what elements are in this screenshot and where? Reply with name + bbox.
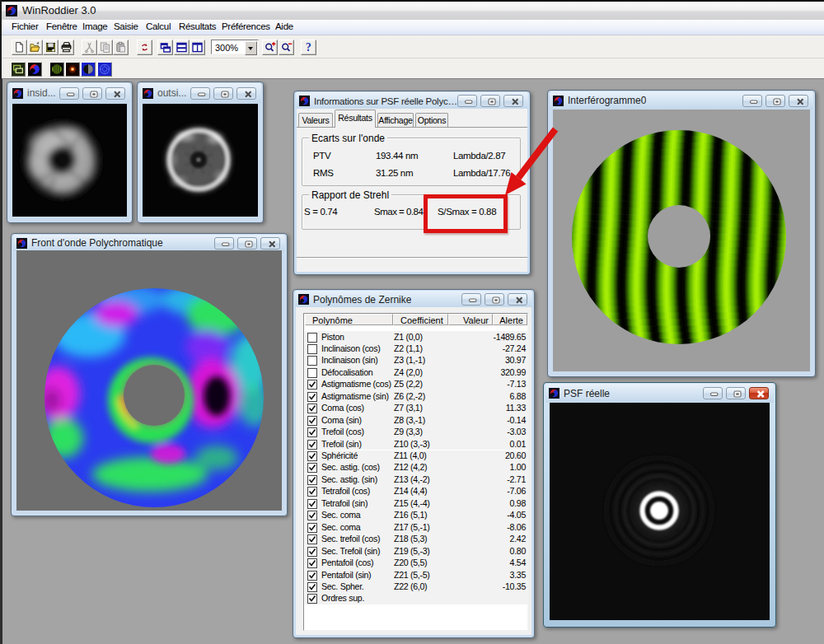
svg-text:?: ? bbox=[306, 41, 311, 54]
